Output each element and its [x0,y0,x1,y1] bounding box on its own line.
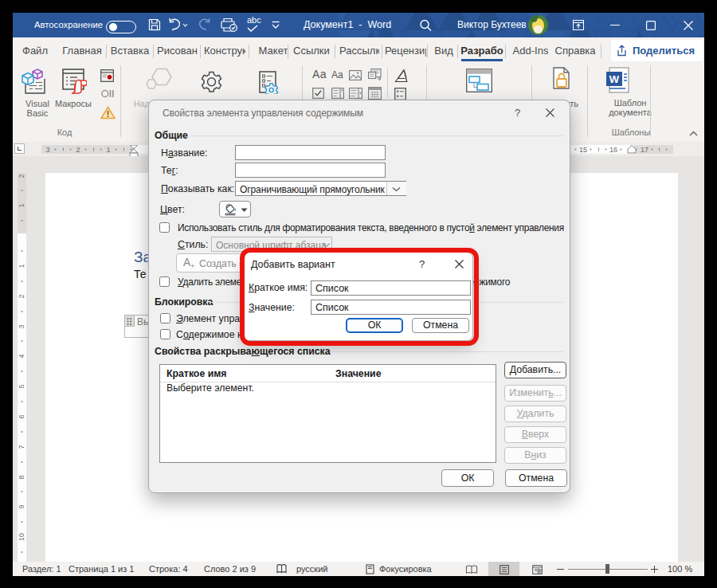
svg-text:9: 9 [18,504,25,508]
svg-text:15: 15 [579,146,587,154]
svg-text:1: 1 [18,203,25,207]
svg-text:1: 1 [18,264,25,268]
svg-text:2: 2 [76,146,80,154]
svg-text:5: 5 [18,384,25,388]
svg-text:16: 16 [609,146,617,154]
svg-text:10: 10 [18,533,25,541]
svg-text:3: 3 [18,324,25,328]
svg-text:3: 3 [45,146,49,154]
svg-text:4: 4 [18,354,25,358]
svg-text:1: 1 [106,146,110,154]
svg-text:2: 2 [18,174,25,178]
svg-text:7: 7 [18,445,25,449]
svg-text:6: 6 [18,414,25,418]
svg-text:W: W [609,73,620,85]
svg-text:17: 17 [641,146,648,154]
svg-text:2: 2 [18,294,25,298]
svg-text:8: 8 [18,475,25,479]
